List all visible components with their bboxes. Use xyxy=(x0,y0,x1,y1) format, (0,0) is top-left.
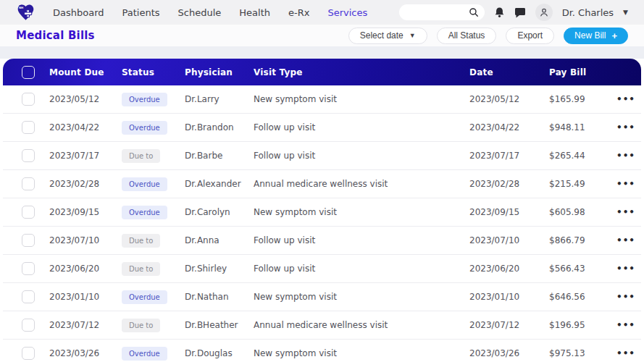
row-checkbox[interactable] xyxy=(22,290,35,303)
cell-pay-bill: $215.49 xyxy=(549,179,611,189)
table-row[interactable]: 2023/09/15 Overdue Dr.Carolyn New sympto… xyxy=(3,198,641,227)
chat-icon[interactable] xyxy=(514,7,526,18)
cell-physician: Dr.Douglas xyxy=(185,348,254,358)
nav-item-schedule[interactable]: Schedule xyxy=(178,7,222,18)
cell-pay-bill: $866.79 xyxy=(549,235,611,245)
cell-physician: Dr.Brandon xyxy=(185,122,254,132)
row-actions-menu[interactable]: ••• xyxy=(616,207,635,217)
cell-mount-due: 2023/02/28 xyxy=(49,179,122,189)
nav-item-services[interactable]: Services xyxy=(327,7,367,18)
cell-mount-due: 2023/04/22 xyxy=(49,122,122,132)
bell-icon[interactable] xyxy=(494,7,505,18)
cell-mount-due: 2023/09/15 xyxy=(49,207,122,217)
nav-item-health[interactable]: Health xyxy=(239,7,270,18)
table-row[interactable]: 2023/04/22 Overdue Dr.Brandon Follow up … xyxy=(3,114,641,142)
cell-status: Due to xyxy=(122,234,185,248)
cell-status: Due to xyxy=(122,319,185,332)
table-row[interactable]: 2023/02/28 Overdue Dr.Alexander Annual m… xyxy=(3,170,641,198)
status-badge: Overdue xyxy=(122,93,167,106)
export-button[interactable]: Export xyxy=(506,28,554,44)
status-badge: Overdue xyxy=(122,206,167,219)
cell-mount-due: 2023/07/12 xyxy=(49,320,122,330)
user-avatar[interactable] xyxy=(535,4,553,21)
cell-date: 2023/01/10 xyxy=(469,292,549,302)
col-header-visit-type[interactable]: Visit Type xyxy=(254,67,469,77)
table-row[interactable]: 2023/07/12 Due to Dr.BHeather Annual med… xyxy=(3,311,641,340)
cell-visit-type: Follow up visit xyxy=(254,151,469,161)
page-toolbar: Medical Bills Select date ▼ All Status E… xyxy=(0,25,644,46)
nav-links: Dashboard Patients Schedule Health e-Rx … xyxy=(53,7,367,18)
row-checkbox[interactable] xyxy=(22,177,35,190)
row-checkbox[interactable] xyxy=(22,149,35,162)
cell-date: 2023/07/12 xyxy=(469,320,549,330)
nav-item-dashboard[interactable]: Dashboard xyxy=(53,7,104,18)
row-checkbox[interactable] xyxy=(22,319,35,332)
col-header-pay-bill[interactable]: Pay Bill xyxy=(549,67,611,77)
cell-date: 2023/05/12 xyxy=(469,94,549,104)
select-date-caret-icon: ▼ xyxy=(409,32,416,39)
cell-status: Overdue xyxy=(122,177,185,191)
row-actions-menu[interactable]: ••• xyxy=(616,292,635,302)
cell-visit-type: New symptom visit xyxy=(254,348,469,358)
all-status-label: All Status xyxy=(448,30,485,41)
cell-date: 2023/07/10 xyxy=(469,235,549,245)
status-badge: Overdue xyxy=(122,121,167,135)
status-badge: Due to xyxy=(122,234,160,248)
table-row[interactable]: 2023/03/26 Overdue Dr.Douglas New sympto… xyxy=(3,340,641,362)
search-box[interactable] xyxy=(399,4,485,20)
row-checkbox[interactable] xyxy=(22,93,35,106)
row-actions-menu[interactable]: ••• xyxy=(616,151,635,161)
row-checkbox[interactable] xyxy=(22,121,35,134)
cell-status: Overdue xyxy=(122,290,185,304)
row-actions-menu[interactable]: ••• xyxy=(616,348,635,358)
row-actions-menu[interactable]: ••• xyxy=(616,264,635,274)
cell-status: Overdue xyxy=(122,206,185,219)
cell-physician: Dr.Barbe xyxy=(185,151,254,161)
bills-table: Mount Due Status Physician Visit Type Da… xyxy=(3,59,641,362)
cell-physician: Dr.Alexander xyxy=(185,179,254,189)
row-actions-menu[interactable]: ••• xyxy=(616,179,635,189)
cell-pay-bill: $948.11 xyxy=(549,122,611,132)
col-header-physician[interactable]: Physician xyxy=(185,67,254,77)
cell-visit-type: Annual medicare wellness visit xyxy=(254,320,469,330)
status-badge: Due to xyxy=(122,149,160,163)
person-icon xyxy=(539,7,549,17)
cell-physician: Dr.Anna xyxy=(185,235,254,245)
background-strip xyxy=(0,46,644,59)
all-status-button[interactable]: All Status xyxy=(437,28,497,44)
row-checkbox[interactable] xyxy=(22,347,35,360)
row-checkbox[interactable] xyxy=(22,234,35,247)
search-input[interactable] xyxy=(408,7,469,17)
cell-mount-due: 2023/07/10 xyxy=(49,235,122,245)
select-date-button[interactable]: Select date ▼ xyxy=(348,28,427,44)
select-all-checkbox[interactable] xyxy=(22,66,35,79)
nav-right: Dr. Charles ▼ xyxy=(399,4,628,21)
row-actions-menu[interactable]: ••• xyxy=(616,122,635,132)
status-badge: Overdue xyxy=(122,290,167,304)
app-logo[interactable]: NH xyxy=(16,3,35,22)
nav-item-erx[interactable]: e-Rx xyxy=(288,7,309,18)
new-bill-button[interactable]: New Bill + xyxy=(564,28,628,44)
row-checkbox[interactable] xyxy=(22,262,35,275)
cell-visit-type: New symptom visit xyxy=(254,292,469,302)
table-row[interactable]: 2023/07/17 Due to Dr.Barbe Follow up vis… xyxy=(3,142,641,170)
row-actions-menu[interactable]: ••• xyxy=(616,320,635,330)
row-checkbox[interactable] xyxy=(22,206,35,219)
user-menu-caret-icon[interactable]: ▼ xyxy=(623,9,628,16)
col-header-status[interactable]: Status xyxy=(122,67,185,77)
row-actions-menu[interactable]: ••• xyxy=(616,94,635,104)
row-actions-menu[interactable]: ••• xyxy=(616,235,635,245)
user-name[interactable]: Dr. Charles xyxy=(562,7,614,18)
cell-mount-due: 2023/03/26 xyxy=(49,348,122,358)
col-header-date[interactable]: Date xyxy=(469,67,549,77)
cell-pay-bill: $646.56 xyxy=(549,292,611,302)
cell-pay-bill: $165.99 xyxy=(549,94,611,104)
table-row[interactable]: 2023/07/10 Due to Dr.Anna Follow up visi… xyxy=(3,227,641,255)
nav-item-patients[interactable]: Patients xyxy=(122,7,160,18)
table-row[interactable]: 2023/05/12 Overdue Dr.Larry New symptom … xyxy=(3,85,641,114)
table-row[interactable]: 2023/06/20 Due to Dr.Shirley Follow up v… xyxy=(3,255,641,283)
table-row[interactable]: 2023/01/10 Overdue Dr.Nathan New symptom… xyxy=(3,283,641,311)
col-header-mount-due[interactable]: Mount Due xyxy=(49,67,122,77)
top-nav: NH Dashboard Patients Schedule Health e-… xyxy=(0,0,644,25)
cell-mount-due: 2023/05/12 xyxy=(49,94,122,104)
